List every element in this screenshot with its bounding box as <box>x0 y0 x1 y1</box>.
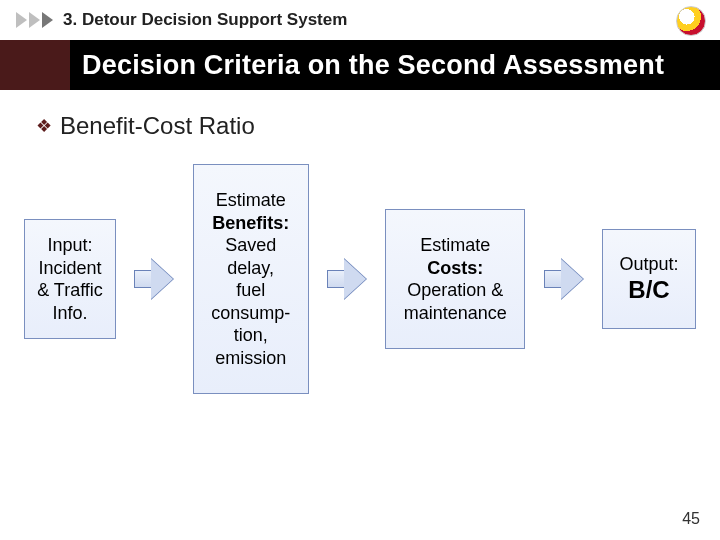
title-accent <box>0 40 70 90</box>
flow-node-benefits: Estimate Benefits: Saved delay, fuel con… <box>193 164 309 394</box>
node-text: B/C <box>609 275 689 305</box>
node-text: Info. <box>31 302 109 325</box>
section-label: 3. Detour Decision Support System <box>63 10 347 30</box>
node-text: Input: <box>31 234 109 257</box>
flow-node-output: Output: B/C <box>602 229 696 329</box>
flow-diagram: Input: Incident & Traffic Info. Estimate… <box>0 140 720 394</box>
node-text: consump- <box>200 302 302 325</box>
node-text: Output: <box>609 253 689 276</box>
node-text: Saved <box>200 234 302 257</box>
slide-title: Decision Criteria on the Second Assessme… <box>70 40 720 90</box>
diamond-bullet-icon: ❖ <box>36 115 52 137</box>
slide-header: 3. Detour Decision Support System <box>0 0 720 36</box>
arrow-icon <box>134 259 174 299</box>
node-text: Operation & <box>392 279 518 302</box>
node-text: Costs: <box>392 257 518 280</box>
university-logo-icon <box>676 6 706 36</box>
node-text: maintenance <box>392 302 518 325</box>
page-number: 45 <box>682 510 700 528</box>
chevron-icon <box>16 12 27 28</box>
flow-node-costs: Estimate Costs: Operation & maintenance <box>385 209 525 349</box>
chevron-icon <box>29 12 40 28</box>
flow-node-input: Input: Incident & Traffic Info. <box>24 219 116 339</box>
bullet-text: Benefit-Cost Ratio <box>60 112 255 140</box>
node-text: Incident <box>31 257 109 280</box>
node-text: delay, <box>200 257 302 280</box>
node-text: Benefits: <box>200 212 302 235</box>
bullet-row: ❖ Benefit-Cost Ratio <box>36 112 720 140</box>
node-text: emission <box>200 347 302 370</box>
node-text: Estimate <box>200 189 302 212</box>
node-text: Estimate <box>392 234 518 257</box>
title-bar: Decision Criteria on the Second Assessme… <box>0 40 720 90</box>
node-text: tion, <box>200 324 302 347</box>
arrow-icon <box>544 259 584 299</box>
node-text: & Traffic <box>31 279 109 302</box>
chevron-icon-group <box>16 12 53 28</box>
chevron-icon <box>42 12 53 28</box>
node-text: fuel <box>200 279 302 302</box>
arrow-icon <box>327 259 367 299</box>
